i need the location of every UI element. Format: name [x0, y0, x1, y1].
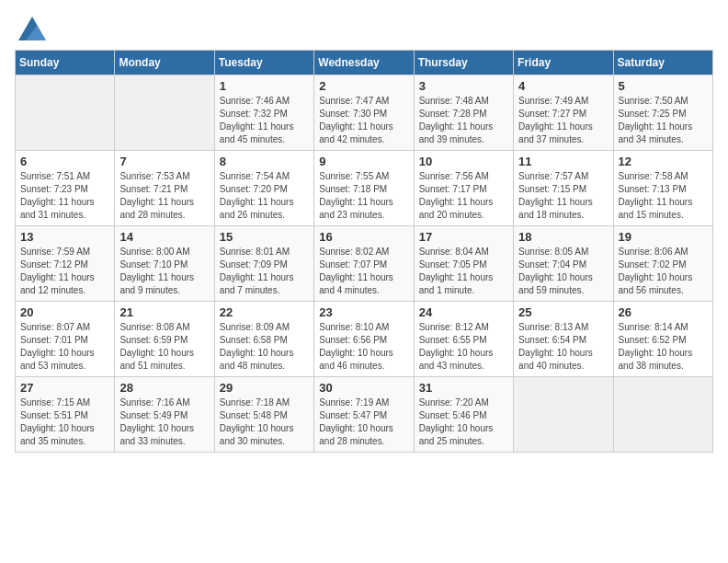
day-number: 5 [619, 79, 708, 93]
day-info: Sunrise: 8:06 AM Sunset: 7:02 PM Dayligh… [619, 246, 708, 297]
day-number: 19 [619, 230, 708, 244]
day-info: Sunrise: 8:10 AM Sunset: 6:56 PM Dayligh… [319, 321, 408, 373]
calendar-cell: 19Sunrise: 8:06 AM Sunset: 7:02 PM Dayli… [613, 226, 712, 302]
day-number: 3 [419, 79, 508, 93]
calendar-cell: 28Sunrise: 7:16 AM Sunset: 5:49 PM Dayli… [115, 377, 214, 453]
column-header-wednesday: Wednesday [314, 51, 414, 75]
calendar-week-3: 13Sunrise: 7:59 AM Sunset: 7:12 PM Dayli… [16, 226, 713, 302]
column-header-saturday: Saturday [613, 51, 712, 75]
day-info: Sunrise: 8:08 AM Sunset: 6:59 PM Dayligh… [119, 321, 209, 373]
day-number: 4 [518, 79, 608, 93]
calendar-week-1: 1Sunrise: 7:46 AM Sunset: 7:32 PM Daylig… [16, 75, 713, 151]
day-number: 10 [419, 155, 508, 168]
calendar-cell: 20Sunrise: 8:07 AM Sunset: 7:01 PM Dayli… [16, 302, 115, 377]
day-number: 9 [319, 155, 408, 168]
day-number: 7 [119, 155, 209, 168]
calendar-cell: 15Sunrise: 8:01 AM Sunset: 7:09 PM Dayli… [214, 226, 313, 302]
column-header-tuesday: Tuesday [214, 51, 313, 75]
day-number: 8 [220, 155, 309, 168]
calendar-cell: 18Sunrise: 8:05 AM Sunset: 7:04 PM Dayli… [514, 226, 613, 302]
day-number: 17 [419, 230, 508, 244]
day-info: Sunrise: 7:19 AM Sunset: 5:47 PM Dayligh… [319, 396, 408, 448]
calendar-cell: 4Sunrise: 7:49 AM Sunset: 7:27 PM Daylig… [514, 75, 613, 151]
column-header-friday: Friday [514, 51, 613, 75]
day-info: Sunrise: 7:53 AM Sunset: 7:21 PM Dayligh… [119, 170, 209, 222]
calendar-header-row: SundayMondayTuesdayWednesdayThursdayFrid… [16, 51, 713, 75]
calendar-week-4: 20Sunrise: 8:07 AM Sunset: 7:01 PM Dayli… [16, 302, 713, 377]
day-number: 27 [20, 381, 109, 395]
day-info: Sunrise: 7:58 AM Sunset: 7:13 PM Dayligh… [619, 170, 708, 222]
column-header-thursday: Thursday [414, 51, 513, 75]
day-info: Sunrise: 8:04 AM Sunset: 7:05 PM Dayligh… [419, 246, 508, 297]
day-info: Sunrise: 7:51 AM Sunset: 7:23 PM Dayligh… [20, 170, 109, 222]
day-info: Sunrise: 7:15 AM Sunset: 5:51 PM Dayligh… [20, 396, 109, 448]
day-number: 16 [319, 230, 408, 244]
calendar-cell: 16Sunrise: 8:02 AM Sunset: 7:07 PM Dayli… [314, 226, 414, 302]
calendar-cell: 7Sunrise: 7:53 AM Sunset: 7:21 PM Daylig… [115, 151, 214, 226]
day-number: 25 [518, 305, 608, 319]
column-header-monday: Monday [115, 51, 214, 75]
day-info: Sunrise: 7:48 AM Sunset: 7:28 PM Dayligh… [419, 95, 508, 146]
calendar-cell: 27Sunrise: 7:15 AM Sunset: 5:51 PM Dayli… [16, 377, 115, 453]
day-number: 12 [619, 155, 708, 168]
day-info: Sunrise: 7:16 AM Sunset: 5:49 PM Dayligh… [119, 396, 209, 448]
day-number: 11 [518, 155, 608, 168]
calendar-cell: 17Sunrise: 8:04 AM Sunset: 7:05 PM Dayli… [414, 226, 513, 302]
day-info: Sunrise: 8:07 AM Sunset: 7:01 PM Dayligh… [20, 321, 109, 373]
day-info: Sunrise: 8:12 AM Sunset: 6:55 PM Dayligh… [419, 321, 508, 373]
calendar-cell: 23Sunrise: 8:10 AM Sunset: 6:56 PM Dayli… [314, 302, 414, 377]
day-number: 6 [20, 155, 109, 168]
day-info: Sunrise: 8:00 AM Sunset: 7:10 PM Dayligh… [119, 246, 209, 297]
calendar-cell: 13Sunrise: 7:59 AM Sunset: 7:12 PM Dayli… [16, 226, 115, 302]
day-number: 2 [319, 79, 408, 93]
day-info: Sunrise: 7:18 AM Sunset: 5:48 PM Dayligh… [220, 396, 309, 448]
calendar-cell [613, 377, 712, 453]
calendar-cell: 22Sunrise: 8:09 AM Sunset: 6:58 PM Dayli… [214, 302, 313, 377]
page-header [15, 15, 713, 40]
calendar-cell: 2Sunrise: 7:47 AM Sunset: 7:30 PM Daylig… [314, 75, 414, 151]
calendar-cell: 10Sunrise: 7:56 AM Sunset: 7:17 PM Dayli… [414, 151, 513, 226]
calendar-cell: 14Sunrise: 8:00 AM Sunset: 7:10 PM Dayli… [115, 226, 214, 302]
calendar-cell: 26Sunrise: 8:14 AM Sunset: 6:52 PM Dayli… [613, 302, 712, 377]
calendar-body: 1Sunrise: 7:46 AM Sunset: 7:32 PM Daylig… [16, 75, 713, 453]
calendar-cell: 9Sunrise: 7:55 AM Sunset: 7:18 PM Daylig… [314, 151, 414, 226]
calendar-cell: 21Sunrise: 8:08 AM Sunset: 6:59 PM Dayli… [115, 302, 214, 377]
day-number: 30 [319, 381, 408, 395]
day-info: Sunrise: 7:49 AM Sunset: 7:27 PM Dayligh… [518, 95, 608, 146]
day-number: 14 [119, 230, 209, 244]
day-number: 13 [20, 230, 109, 244]
day-number: 31 [419, 381, 508, 395]
calendar-cell: 11Sunrise: 7:57 AM Sunset: 7:15 PM Dayli… [514, 151, 613, 226]
day-info: Sunrise: 8:13 AM Sunset: 6:54 PM Dayligh… [518, 321, 608, 373]
day-info: Sunrise: 7:47 AM Sunset: 7:30 PM Dayligh… [319, 95, 408, 146]
day-number: 18 [518, 230, 608, 244]
day-number: 15 [220, 230, 309, 244]
calendar-cell: 12Sunrise: 7:58 AM Sunset: 7:13 PM Dayli… [613, 151, 712, 226]
day-info: Sunrise: 7:59 AM Sunset: 7:12 PM Dayligh… [20, 246, 109, 297]
day-info: Sunrise: 7:54 AM Sunset: 7:20 PM Dayligh… [220, 170, 309, 222]
logo-icon [18, 17, 46, 40]
day-number: 24 [419, 305, 508, 319]
day-number: 28 [119, 381, 209, 395]
calendar-cell: 29Sunrise: 7:18 AM Sunset: 5:48 PM Dayli… [214, 377, 313, 453]
calendar-week-2: 6Sunrise: 7:51 AM Sunset: 7:23 PM Daylig… [16, 151, 713, 226]
day-info: Sunrise: 7:20 AM Sunset: 5:46 PM Dayligh… [419, 396, 508, 448]
day-number: 21 [119, 305, 209, 319]
calendar-cell: 30Sunrise: 7:19 AM Sunset: 5:47 PM Dayli… [314, 377, 414, 453]
calendar-cell [514, 377, 613, 453]
calendar-cell: 1Sunrise: 7:46 AM Sunset: 7:32 PM Daylig… [214, 75, 313, 151]
calendar-cell: 5Sunrise: 7:50 AM Sunset: 7:25 PM Daylig… [613, 75, 712, 151]
day-info: Sunrise: 7:46 AM Sunset: 7:32 PM Dayligh… [220, 95, 309, 146]
day-info: Sunrise: 8:01 AM Sunset: 7:09 PM Dayligh… [220, 246, 309, 297]
logo [15, 15, 46, 40]
day-info: Sunrise: 8:02 AM Sunset: 7:07 PM Dayligh… [319, 246, 408, 297]
calendar-cell: 8Sunrise: 7:54 AM Sunset: 7:20 PM Daylig… [214, 151, 313, 226]
day-number: 23 [319, 305, 408, 319]
day-info: Sunrise: 7:55 AM Sunset: 7:18 PM Dayligh… [319, 170, 408, 222]
day-number: 29 [220, 381, 309, 395]
calendar-cell [115, 75, 214, 151]
calendar-week-5: 27Sunrise: 7:15 AM Sunset: 5:51 PM Dayli… [16, 377, 713, 453]
day-info: Sunrise: 7:57 AM Sunset: 7:15 PM Dayligh… [518, 170, 608, 222]
day-info: Sunrise: 7:50 AM Sunset: 7:25 PM Dayligh… [619, 95, 708, 146]
day-number: 1 [220, 79, 309, 93]
